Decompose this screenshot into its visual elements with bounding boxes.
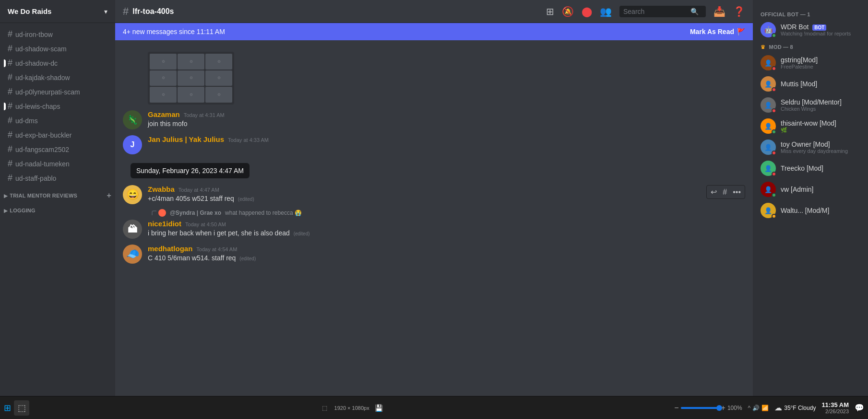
mark-as-read-button[interactable]: Mark As Read 🚩 <box>690 28 745 35</box>
windows-start-icon[interactable]: ⊞ <box>4 403 11 413</box>
channel-item-ud-kajdak-shadow[interactable]: # ud-kajdak-shadow <box>4 70 111 84</box>
search-bar[interactable]: 🔍 <box>619 6 706 17</box>
unread-dot <box>4 59 6 67</box>
channel-item-ud-shadow-dc[interactable]: # ud-shadow-dc <box>4 56 111 70</box>
zoom-slider[interactable] <box>681 407 719 409</box>
avatar-toy-owner: 👤 <box>761 140 776 155</box>
avatar-medhatlogan: 🧢 <box>123 244 142 264</box>
channel-item-ud-dms[interactable]: # ud-dms <box>4 114 111 128</box>
member-info-waltu: Waltu... [Mod/M] <box>781 207 860 214</box>
category-trial-mentor-reviews[interactable]: ▶ TRIAL MENTOR REVIEWS + <box>0 186 115 202</box>
member-name-waltu: Waltu... [Mod/M] <box>781 207 860 214</box>
bots-category-label: OFFICIAL BOT — 1 <box>757 8 864 19</box>
sidebar: We Do Raids ▾ # ud-iron-tbow # ud-shadow… <box>0 0 115 396</box>
member-info-toy-owner: toy Owner [Mod] Miss every day daydreami… <box>781 140 860 154</box>
unread-dot <box>4 103 6 110</box>
date-tooltip: Sunday, February 26, 2023 4:47 AM <box>131 163 250 178</box>
new-messages-text: 4+ new messages since 11:11 AM <box>123 28 225 35</box>
channel-name: ud-iron-tbow <box>15 31 53 38</box>
status-dot-treecko <box>772 172 776 176</box>
img-cell-5: ⚙ <box>178 70 204 86</box>
member-toy-owner[interactable]: 👤 toy Owner [Mod] Miss every day daydrea… <box>757 137 864 158</box>
reply-context-nice1idiot: @Syndra | Grae xo what happened to rebec… <box>115 208 753 218</box>
taskbar: ⊞ ⬚ ⬚ 1920 × 1080px 💾 − + 100% ^ 🔊 📶 ☁ 3… <box>0 396 868 419</box>
member-treecko[interactable]: 👤 Treecko [Mod] <box>757 158 864 179</box>
username-nice1idiot: nice1idiot <box>148 220 181 228</box>
hash-icon: # <box>8 29 12 39</box>
search-input[interactable] <box>623 8 690 15</box>
hash-icon: # <box>8 159 12 169</box>
username-medhatlogan: medhatlogan <box>148 244 192 253</box>
taskbar-save-icon[interactable]: 💾 <box>371 400 387 416</box>
avatar-wdr-bot: 🤖 <box>761 22 776 37</box>
screen-size: 1920 × 1080px <box>334 405 369 411</box>
channels-icon[interactable]: ⊞ <box>546 6 554 17</box>
timestamp-janjulius: Today at 4:33 AM <box>228 137 269 143</box>
message-group-zwabba: 😄 Zwabba Today at 4:47 AM +c/4man 405s w… <box>115 183 753 206</box>
member-vw-admin[interactable]: 👤 vw [Admin] <box>757 179 864 200</box>
status-dot-toy-owner <box>772 151 776 155</box>
member-name-toy-owner: toy Owner [Mod] <box>781 140 860 148</box>
hash-icon: # <box>8 173 12 183</box>
new-messages-banner[interactable]: 4+ new messages since 11:11 AM Mark As R… <box>115 23 753 40</box>
channel-item-ud-staff-pablo[interactable]: # ud-staff-pablo <box>4 171 111 185</box>
channel-item-ud-nadal-tumeken[interactable]: # ud-nadal-tumeken <box>4 157 111 171</box>
channel-item-ud-shadow-scam[interactable]: # ud-shadow-scam <box>4 42 111 56</box>
add-channel-button[interactable]: + <box>107 191 111 200</box>
member-wdr-bot[interactable]: 🤖 WDR Bot BOT Watching !modmail for repo… <box>757 19 864 40</box>
mute-icon[interactable]: 🔕 <box>562 6 574 17</box>
add-thread-action-button[interactable]: # <box>721 187 729 198</box>
volume-icon[interactable]: 🔊 <box>752 405 760 411</box>
attachment-image: ⚙ ⚙ ⚙ ⚙ ⚙ ⚙ ⚙ ⚙ ⚙ <box>148 52 234 105</box>
message-text-medhatlogan: C 410 5/6man w514. staff req (edited) <box>148 254 745 263</box>
channel-item-ud-exp-bar-buckler[interactable]: # ud-exp-bar-buckler <box>4 128 111 142</box>
live-icon[interactable]: ⬤ <box>582 6 592 17</box>
category-label: TRIAL MENTOR REVIEWS <box>10 193 77 198</box>
member-thisaint-wow[interactable]: 👤 thisaint-wow [Mod] 🌿 <box>757 116 864 137</box>
taskbar-date: 2/26/2023 <box>825 408 849 414</box>
members-icon[interactable]: 👥 <box>600 6 612 17</box>
hash-icon: # <box>8 87 12 97</box>
reply-action-button[interactable]: ↩ <box>709 186 719 198</box>
hash-icon: # <box>8 72 12 82</box>
channel-item-ud-fangscam2502[interactable]: # ud-fangscam2502 <box>4 142 111 156</box>
channel-item-ud-iron-tbow[interactable]: # ud-iron-tbow <box>4 27 111 41</box>
message-header: Zwabba Today at 4:47 AM <box>148 185 745 193</box>
message-header: nice1idiot Today at 4:50 AM <box>148 220 745 228</box>
more-actions-button[interactable]: ••• <box>731 187 743 198</box>
channel-item-ud-lewis-chaps[interactable]: # ud-lewis-chaps <box>4 99 111 113</box>
inbox-icon[interactable]: 📥 <box>713 6 725 17</box>
avatar-seldru: 👤 <box>761 97 776 113</box>
taskbar-screenshot-tool[interactable]: ⬚ <box>317 400 333 416</box>
avatar-vw-admin: 👤 <box>761 182 776 197</box>
category-caret-icon: ▶ <box>4 193 8 198</box>
category-logging[interactable]: ▶ LOGGING <box>0 202 115 215</box>
message-group-janjulius: J Jan Julius | Yak Julius Today at 4:33 … <box>115 133 753 156</box>
status-dot-muttis <box>772 87 776 92</box>
mods-category-label: ♛ MOD — 8 <box>757 40 864 52</box>
zoom-out-button[interactable]: − <box>674 404 678 412</box>
img-cell-4: ⚙ <box>150 70 177 86</box>
member-muttis[interactable]: 👤 Muttis [Mod] <box>757 73 864 94</box>
taskbar-left: ⊞ ⬚ <box>4 400 29 416</box>
reply-line <box>152 210 156 215</box>
tray-arrow[interactable]: ^ <box>748 405 751 411</box>
member-waltu[interactable]: 👤 Waltu... [Mod/M] <box>757 200 864 221</box>
server-header[interactable]: We Do Raids ▾ <box>0 0 115 23</box>
taskbar-right: − + 100% ^ 🔊 📶 ☁ 35°F Cloudy 11:35 AM 2/… <box>674 401 864 414</box>
zoom-slider-thumb <box>716 405 722 411</box>
notifications-icon[interactable]: 💬 <box>855 403 864 412</box>
zoom-slider-fill <box>681 407 719 409</box>
members-sidebar: OFFICIAL BOT — 1 🤖 WDR Bot BOT Watching … <box>753 0 868 396</box>
username-zwabba: Zwabba <box>148 185 175 193</box>
member-seldru[interactable]: 👤 Seldru [Mod/Mentor] Chicken Wings <box>757 94 864 116</box>
help-icon[interactable]: ❓ <box>733 6 745 17</box>
member-gstring[interactable]: 👤 gstring[Mod] FreePalestine <box>757 52 864 73</box>
member-info-gstring: gstring[Mod] FreePalestine <box>781 56 860 70</box>
wifi-icon[interactable]: 📶 <box>761 405 769 411</box>
taskbar-screenshot-icon[interactable]: ⬚ <box>14 400 29 416</box>
message-content-zwabba: Zwabba Today at 4:47 AM +c/4man 405s w52… <box>148 185 745 204</box>
member-info-vw-admin: vw [Admin] <box>781 186 860 193</box>
messages-container: ⚙ ⚙ ⚙ ⚙ ⚙ ⚙ ⚙ ⚙ ⚙ 🦎 Gazaman <box>115 40 753 396</box>
channel-item-ud-p0lyneurpati-scam[interactable]: # ud-p0lyneurpati-scam <box>4 85 111 99</box>
